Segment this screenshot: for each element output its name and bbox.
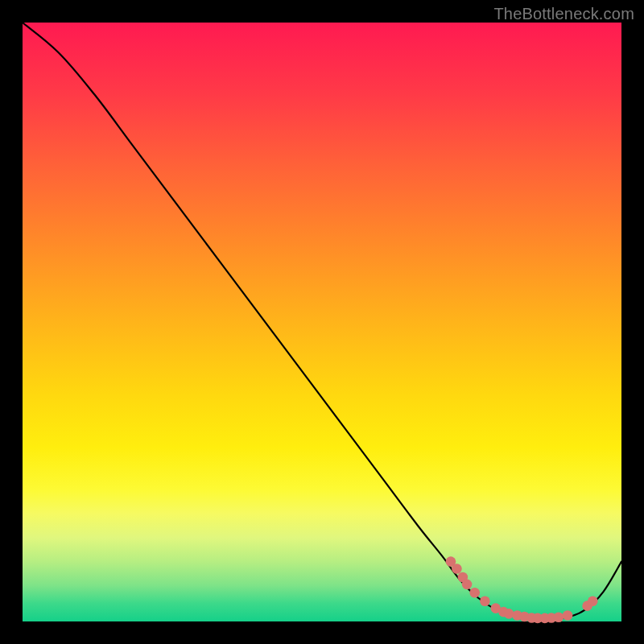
curve-marker xyxy=(452,564,462,574)
plot-area xyxy=(23,23,621,621)
chart-svg xyxy=(23,23,621,621)
curve-marker xyxy=(462,580,473,590)
chart-frame: TheBottleneck.com xyxy=(0,0,644,644)
curve-marker xyxy=(480,596,490,606)
curve-marker xyxy=(588,596,598,606)
curve-marker xyxy=(563,610,573,621)
watermark-text: TheBottleneck.com xyxy=(493,5,634,23)
bottleneck-curve xyxy=(23,23,621,619)
curve-marker xyxy=(554,612,564,622)
curve-marker xyxy=(469,588,480,598)
curve-marker xyxy=(504,609,514,619)
